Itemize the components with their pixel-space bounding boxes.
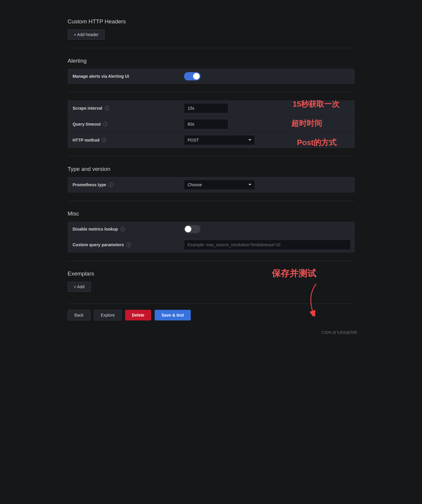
- misc-title: Misc: [68, 210, 355, 217]
- query-timeout-input[interactable]: [184, 119, 228, 129]
- section-performance: Scrape interval i Query timeout i HTTP m…: [68, 101, 355, 148]
- prometheus-type-info-icon[interactable]: i: [109, 182, 113, 187]
- custom-query-control: [180, 237, 354, 252]
- explore-button[interactable]: Explore: [94, 310, 122, 320]
- prometheus-type-row: Prometheus type i Choose Prometheus Cort…: [68, 177, 355, 192]
- section-exemplars: Exemplars + Add 保存并测试: [68, 270, 355, 292]
- manage-alerts-track[interactable]: [184, 72, 201, 80]
- section-type-version: Type and version Prometheus type i Choos…: [68, 166, 355, 192]
- http-method-control: GET POST: [180, 133, 354, 148]
- custom-query-row: Custom query parameters i: [68, 237, 355, 252]
- bottom-bar: Back Explore Delete Save & test: [68, 304, 355, 320]
- scrape-interval-label: Scrape interval i: [68, 102, 180, 114]
- query-timeout-info-icon[interactable]: i: [103, 122, 108, 127]
- http-method-info-icon[interactable]: i: [102, 138, 106, 142]
- disable-metrics-label: Disable metrics lookup i: [68, 223, 180, 235]
- custom-query-label: Custom query parameters i: [68, 239, 180, 251]
- prometheus-type-select[interactable]: Choose Prometheus Cortex Mimir Thanos: [184, 180, 255, 190]
- query-timeout-row: Query timeout i: [68, 116, 355, 132]
- prometheus-type-label: Prometheus type i: [68, 179, 180, 191]
- section-custom-http-headers: Custom HTTP Headers + Add header: [68, 18, 355, 40]
- watermark: CSDN @飞奔的屎壳郎: [321, 330, 358, 335]
- disable-metrics-toggle[interactable]: [184, 225, 201, 233]
- http-method-label: HTTP method i: [68, 134, 180, 146]
- query-timeout-control: [180, 117, 354, 132]
- scrape-interval-input[interactable]: [184, 103, 228, 113]
- back-button[interactable]: Back: [68, 310, 90, 320]
- type-version-title: Type and version: [68, 166, 355, 172]
- manage-alerts-label: Manage alerts via Alerting UI: [68, 70, 180, 82]
- manage-alerts-thumb: [193, 73, 200, 80]
- divider-4: [68, 201, 355, 201]
- custom-query-info-icon[interactable]: i: [126, 242, 131, 247]
- disable-metrics-track[interactable]: [184, 225, 201, 233]
- scrape-interval-row: Scrape interval i: [68, 101, 355, 116]
- manage-alerts-control: [180, 70, 354, 83]
- divider-3: [68, 156, 355, 156]
- add-header-button[interactable]: + Add header: [68, 30, 105, 40]
- add-exemplar-button[interactable]: + Add: [68, 282, 91, 292]
- divider-1: [68, 48, 355, 48]
- divider-2: [68, 92, 355, 92]
- manage-alerts-row: Manage alerts via Alerting UI: [68, 69, 355, 84]
- prometheus-type-control: Choose Prometheus Cortex Mimir Thanos: [180, 177, 354, 192]
- save-test-button[interactable]: Save & test: [155, 310, 190, 320]
- custom-query-input[interactable]: [184, 240, 351, 250]
- section-misc: Misc Disable metrics lookup i Custom que…: [68, 210, 355, 252]
- delete-button[interactable]: Delete: [125, 310, 151, 320]
- http-method-select[interactable]: GET POST: [184, 135, 255, 145]
- alerting-title: Alerting: [68, 58, 355, 64]
- scrape-interval-info-icon[interactable]: i: [105, 106, 109, 111]
- disable-metrics-info-icon[interactable]: i: [120, 227, 125, 231]
- section-alerting: Alerting Manage alerts via Alerting UI: [68, 58, 355, 84]
- query-timeout-label: Query timeout i: [68, 118, 180, 130]
- disable-metrics-row: Disable metrics lookup i: [68, 222, 355, 236]
- custom-http-headers-title: Custom HTTP Headers: [68, 18, 355, 25]
- divider-5: [68, 261, 355, 261]
- scrape-interval-control: [180, 101, 354, 116]
- http-method-row: HTTP method i GET POST: [68, 132, 355, 148]
- exemplars-title: Exemplars: [68, 270, 355, 277]
- disable-metrics-thumb: [185, 226, 191, 232]
- manage-alerts-toggle[interactable]: [184, 72, 201, 80]
- disable-metrics-control: [180, 223, 354, 236]
